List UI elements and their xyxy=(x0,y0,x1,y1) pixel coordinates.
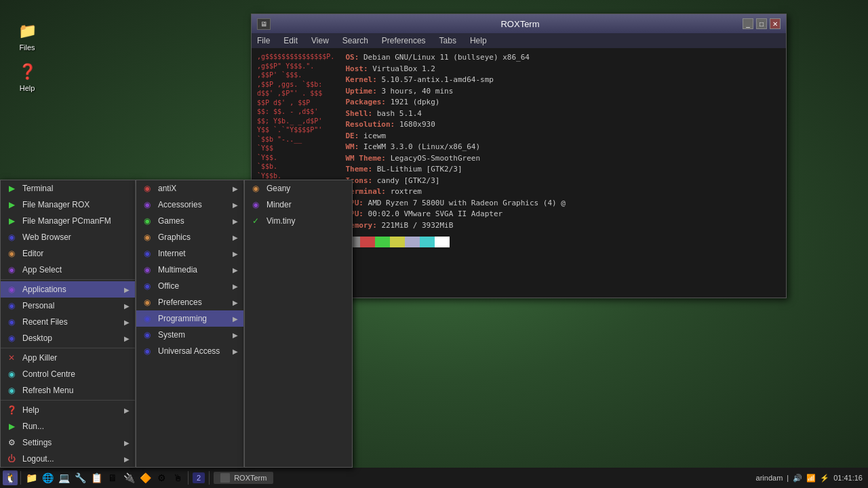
taskbar-icon-clipboard[interactable]: 📋 xyxy=(89,470,104,485)
files-icon: 📁 xyxy=(16,20,38,42)
menu-help[interactable]: Help xyxy=(467,36,490,45)
submenu-item-accessories[interactable]: ◉ Accessories ▶ xyxy=(136,197,243,213)
desktop-icon-menu: ◉ xyxy=(6,333,17,344)
web-browser-icon: ◉ xyxy=(6,232,17,243)
menu-item-file-manager-pcman[interactable]: ▶ File Manager PCmanFM xyxy=(1,213,135,229)
menu-item-settings-label: Settings xyxy=(22,438,52,447)
taskbar-sep-user: | xyxy=(787,474,789,482)
menu-divider-3 xyxy=(1,400,135,401)
app-select-icon: ◉ xyxy=(6,264,17,275)
submenu-item-minder[interactable]: ◉ Minder xyxy=(245,197,352,213)
taskbar-sep-2 xyxy=(188,471,189,485)
menu-item-file-manager-rox[interactable]: ▶ File Manager ROX xyxy=(1,197,135,213)
help-arrow: ▶ xyxy=(124,407,130,414)
menu-view[interactable]: View xyxy=(309,36,332,45)
taskbar-icon-settings[interactable]: 🔧 xyxy=(73,470,87,485)
taskbar-icon-extra2[interactable]: 🔶 xyxy=(138,470,153,485)
menu-item-app-killer[interactable]: ✕ App Killer xyxy=(1,350,135,366)
taskbar-icon-monitor[interactable]: 🖥 xyxy=(105,470,120,485)
file-manager-rox-icon: ▶ xyxy=(6,199,17,210)
submenu-item-internet[interactable]: ◉ Internet ▶ xyxy=(136,245,243,262)
roxterm-maximize-button[interactable]: □ xyxy=(756,18,767,29)
menu-edit[interactable]: Edit xyxy=(281,36,300,45)
submenu-item-geany-label: Geany xyxy=(267,184,290,193)
menu-item-help[interactable]: ❓ Help ▶ xyxy=(1,402,135,418)
applications-arrow: ▶ xyxy=(124,286,130,293)
taskbar-battery-icon[interactable]: ⚡ xyxy=(820,474,829,483)
menu-item-terminal[interactable]: ▶ Terminal xyxy=(1,180,135,197)
menu-item-editor-label: Editor xyxy=(22,249,43,258)
menu-item-logout[interactable]: ⏻ Logout... ▶ xyxy=(1,451,135,467)
menu-search[interactable]: Search xyxy=(340,36,371,45)
menu-item-app-killer-label: App Killer xyxy=(22,353,57,363)
submenu-item-programming[interactable]: ◉ Programming ▶ xyxy=(136,310,243,327)
menus-container: ▶ Terminal ▶ File Manager ROX ▶ File Man… xyxy=(0,180,353,468)
taskbar-sep-3 xyxy=(209,471,210,485)
graphics-icon: ◉ xyxy=(142,232,153,243)
roxterm-close-button[interactable]: ✕ xyxy=(770,18,781,29)
menu-item-control-centre[interactable]: ◉ Control Centre xyxy=(1,366,135,382)
taskbar-network-icon[interactable]: 📶 xyxy=(806,474,816,483)
roxterm-title: ROXTerm xyxy=(298,19,743,29)
internet-icon: ◉ xyxy=(142,248,153,259)
games-icon: ◉ xyxy=(142,216,153,226)
submenu-item-antix[interactable]: ◉ antiX ▶ xyxy=(136,180,243,197)
graphics-arrow: ▶ xyxy=(233,234,238,241)
menu-item-refresh-menu[interactable]: ◉ Refresh Menu xyxy=(1,382,135,399)
submenu-item-geany[interactable]: ◉ Geany xyxy=(245,180,352,197)
menu-item-file-manager-pcman-label: File Manager PCmanFM xyxy=(22,216,111,226)
submenu-item-games[interactable]: ◉ Games ▶ xyxy=(136,213,243,229)
menu-item-editor[interactable]: ◉ Editor xyxy=(1,245,135,262)
files-label: Files xyxy=(19,43,35,52)
taskbar-icon-terminal[interactable]: 💻 xyxy=(56,470,71,485)
taskbar-icon-extra4[interactable]: 🖱 xyxy=(170,470,185,485)
taskbar-icon-browser[interactable]: 🌐 xyxy=(40,470,55,485)
roxterm-taskbar-label: ROXTerm xyxy=(234,474,267,482)
games-arrow: ▶ xyxy=(233,218,238,225)
taskbar-roxterm-button[interactable]: ROXTerm xyxy=(214,472,273,484)
menu-item-web-browser[interactable]: ◉ Web Browser xyxy=(1,229,135,245)
menu-item-app-select-label: App Select xyxy=(22,265,62,274)
menu-file[interactable]: File xyxy=(254,36,273,45)
run-icon: ▶ xyxy=(6,421,17,432)
main-menu: ▶ Terminal ▶ File Manager ROX ▶ File Man… xyxy=(0,180,136,468)
menu-item-run[interactable]: ▶ Run... xyxy=(1,418,135,434)
taskbar-time: 01:41:16 xyxy=(833,474,863,482)
menu-item-run-label: Run... xyxy=(22,422,44,431)
menu-item-settings[interactable]: ⚙ Settings ▶ xyxy=(1,434,135,451)
taskbar-icon-files[interactable]: 📁 xyxy=(24,470,39,485)
submenu-item-universal-access[interactable]: ◉ Universal Access ▶ xyxy=(136,343,243,359)
submenu-item-graphics[interactable]: ◉ Graphics ▶ xyxy=(136,229,243,245)
menu-item-applications[interactable]: ◉ Applications ▶ xyxy=(1,281,135,298)
menu-item-recent-files[interactable]: ◉ Recent Files ▶ xyxy=(1,314,135,330)
desktop-icon-files[interactable]: 📁 Files xyxy=(7,20,47,52)
menu-item-recent-files-label: Recent Files xyxy=(22,317,68,327)
submenu-item-system[interactable]: ◉ System ▶ xyxy=(136,327,243,343)
submenu-item-vim[interactable]: ✓ Vim.tiny xyxy=(245,213,352,229)
accessories-arrow: ▶ xyxy=(233,201,238,209)
submenu-item-preferences[interactable]: ◉ Preferences ▶ xyxy=(136,294,243,310)
menu-item-app-select[interactable]: ◉ App Select xyxy=(1,262,135,278)
refresh-menu-icon: ◉ xyxy=(6,385,17,396)
taskbar-icon-extra1[interactable]: 🔌 xyxy=(121,470,136,485)
submenu-item-office[interactable]: ◉ Office ▶ xyxy=(136,278,243,294)
submenu-item-multimedia[interactable]: ◉ Multimedia ▶ xyxy=(136,262,243,278)
taskbar-volume-icon[interactable]: 🔊 xyxy=(793,474,802,483)
menu-item-desktop[interactable]: ◉ Desktop ▶ xyxy=(1,330,135,346)
taskbar-workspace[interactable]: 2 xyxy=(193,472,205,483)
menu-item-applications-label: Applications xyxy=(22,285,66,294)
settings-icon: ⚙ xyxy=(6,437,17,448)
taskbar-icon-extra3[interactable]: ⚙ xyxy=(154,470,169,485)
system-icon: ◉ xyxy=(142,329,153,340)
roxterm-minimize-button[interactable]: _ xyxy=(743,18,753,29)
programming-submenu: ◉ Geany ◉ Minder ✓ Vim.tiny xyxy=(244,180,353,468)
help-label: Help xyxy=(20,84,35,92)
menu-tabs[interactable]: Tabs xyxy=(437,36,459,45)
applications-icon: ◉ xyxy=(6,284,17,295)
submenu-item-vim-label: Vim.tiny xyxy=(267,216,295,226)
applications-submenu: ◉ antiX ▶ ◉ Accessories ▶ ◉ Games ▶ ◉ Gr… xyxy=(136,180,244,468)
menu-preferences[interactable]: Preferences xyxy=(379,36,429,45)
taskbar-launcher[interactable]: 🐧 xyxy=(3,470,18,485)
menu-item-personal[interactable]: ◉ Personal ▶ xyxy=(1,298,135,314)
desktop-icon-help[interactable]: ❓ Help xyxy=(7,61,47,92)
